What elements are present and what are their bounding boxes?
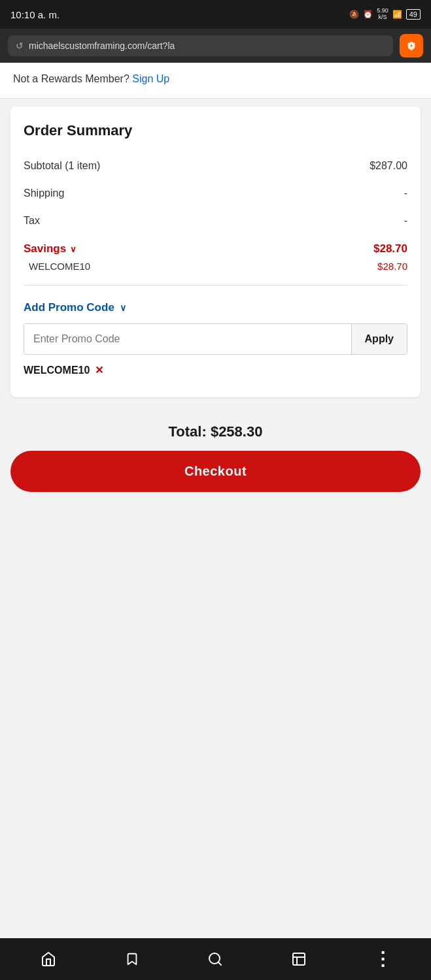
promo-section: Add Promo Code ∨ Apply WELCOME10 ✕ (24, 291, 407, 382)
promo-applied-label: WELCOME10 (29, 261, 90, 272)
applied-promo-tag: WELCOME10 ✕ (24, 364, 407, 376)
bottom-nav: ⋮ (0, 938, 431, 980)
rewards-text: Not a Rewards Member? (13, 73, 129, 84)
nav-search-icon[interactable] (199, 943, 231, 975)
shipping-value: - (404, 188, 407, 199)
applied-promo-code: WELCOME10 (24, 365, 90, 376)
rewards-card: Not a Rewards Member? Sign Up (0, 63, 431, 99)
nav-more-icon[interactable]: ⋮ (367, 943, 398, 975)
promo-code-input[interactable] (24, 324, 351, 354)
savings-row[interactable]: Savings ∨ $28.70 (24, 235, 407, 258)
apply-button[interactable]: Apply (351, 324, 407, 354)
nav-bookmark-icon[interactable] (116, 943, 148, 975)
shipping-label: Shipping (24, 188, 64, 199)
mute-icon: 🔕 (349, 10, 359, 19)
subtotal-value: $287.00 (370, 160, 407, 172)
subtotal-label: Subtotal (1 item) (24, 160, 100, 172)
promo-chevron-icon: ∨ (120, 302, 126, 313)
battery-indicator: 49 (406, 9, 421, 20)
url-text: michaelscustomframing.com/cart?la (29, 41, 385, 51)
promo-applied-row: WELCOME10 $28.70 (24, 258, 407, 280)
remove-promo-icon[interactable]: ✕ (95, 364, 103, 376)
url-reload-icon: ↺ (16, 41, 24, 51)
svg-rect-2 (293, 953, 305, 965)
nav-home-icon[interactable] (33, 943, 64, 975)
total-amount: Total: $258.30 (10, 423, 421, 440)
status-time: 10:10 a. m. (10, 9, 60, 20)
order-summary-card: Order Summary Subtotal (1 item) $287.00 … (10, 106, 421, 397)
order-summary-title: Order Summary (24, 122, 407, 139)
subtotal-row: Subtotal (1 item) $287.00 (24, 152, 407, 180)
savings-chevron-icon: ∨ (70, 244, 77, 254)
tax-label: Tax (24, 215, 40, 227)
brave-browser-icon[interactable] (400, 34, 423, 57)
sign-up-link[interactable]: Sign Up (132, 73, 169, 84)
tax-value: - (404, 215, 407, 227)
tax-row: Tax - (24, 207, 407, 235)
divider (24, 285, 407, 286)
svg-line-1 (218, 962, 221, 965)
shipping-row: Shipping - (24, 180, 407, 207)
nav-tabs-icon[interactable] (283, 943, 315, 975)
total-section: Total: $258.30 Checkout (0, 408, 431, 502)
wifi-icon: 📶 (392, 10, 402, 19)
url-bar[interactable]: ↺ michaelscustomframing.com/cart?la (8, 35, 393, 56)
promo-applied-amount: $28.70 (377, 261, 407, 272)
main-content: Not a Rewards Member? Sign Up Order Summ… (0, 63, 431, 938)
spacer (0, 502, 431, 938)
speed-indicator: 5.90 k/S (377, 8, 388, 21)
promo-input-row: Apply (24, 323, 407, 355)
status-bar: 10:10 a. m. 🔕 ⏰ 5.90 k/S 📶 49 (0, 0, 431, 29)
savings-amount: $28.70 (373, 242, 407, 255)
alarm-icon: ⏰ (363, 10, 373, 19)
add-promo-label[interactable]: Add Promo Code ∨ (24, 301, 407, 314)
browser-bar: ↺ michaelscustomframing.com/cart?la (0, 29, 431, 63)
checkout-button[interactable]: Checkout (10, 451, 421, 492)
savings-label: Savings ∨ (24, 242, 77, 255)
status-icons: 🔕 ⏰ 5.90 k/S 📶 49 (349, 8, 421, 21)
